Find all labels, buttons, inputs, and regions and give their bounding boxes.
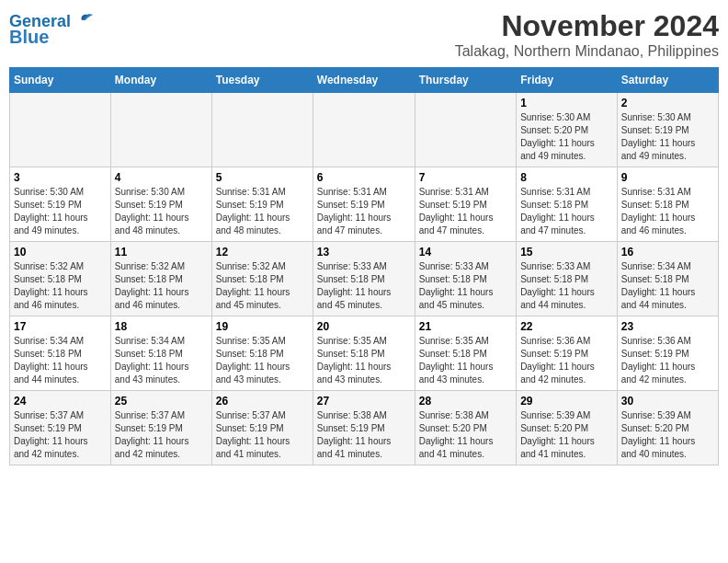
day-info: Sunrise: 5:31 AM Sunset: 5:19 PM Dayligh…	[419, 186, 512, 237]
calendar-cell: 27Sunrise: 5:38 AM Sunset: 5:19 PM Dayli…	[313, 391, 415, 465]
day-info: Sunrise: 5:34 AM Sunset: 5:18 PM Dayligh…	[115, 335, 208, 386]
calendar-cell	[10, 93, 111, 167]
day-number: 20	[317, 320, 411, 333]
day-info: Sunrise: 5:39 AM Sunset: 5:20 PM Dayligh…	[520, 409, 613, 461]
calendar-cell: 23Sunrise: 5:36 AM Sunset: 5:19 PM Dayli…	[617, 316, 718, 391]
calendar-cell: 22Sunrise: 5:36 AM Sunset: 5:19 PM Dayli…	[517, 316, 618, 391]
day-info: Sunrise: 5:31 AM Sunset: 5:18 PM Dayligh…	[621, 186, 714, 237]
header-thursday: Thursday	[415, 68, 516, 93]
calendar-cell: 28Sunrise: 5:38 AM Sunset: 5:20 PM Dayli…	[415, 391, 516, 465]
calendar-cell: 15Sunrise: 5:33 AM Sunset: 5:18 PM Dayli…	[517, 242, 618, 316]
day-info: Sunrise: 5:32 AM Sunset: 5:18 PM Dayligh…	[216, 260, 309, 312]
calendar-cell: 17Sunrise: 5:34 AM Sunset: 5:18 PM Dayli…	[10, 316, 111, 391]
day-info: Sunrise: 5:32 AM Sunset: 5:18 PM Dayligh…	[115, 260, 208, 312]
day-number: 15	[520, 246, 613, 259]
day-number: 16	[621, 246, 714, 259]
day-info: Sunrise: 5:33 AM Sunset: 5:18 PM Dayligh…	[419, 260, 512, 312]
calendar-week-row: 24Sunrise: 5:37 AM Sunset: 5:19 PM Dayli…	[10, 391, 719, 465]
calendar-cell: 19Sunrise: 5:35 AM Sunset: 5:18 PM Dayli…	[211, 316, 313, 391]
calendar-cell	[110, 93, 211, 167]
day-number: 23	[621, 320, 714, 333]
day-info: Sunrise: 5:39 AM Sunset: 5:20 PM Dayligh…	[621, 409, 714, 461]
calendar-cell	[211, 93, 313, 167]
calendar-cell: 20Sunrise: 5:35 AM Sunset: 5:18 PM Dayli…	[313, 316, 415, 391]
day-number: 10	[14, 246, 107, 259]
main-title: November 2024	[455, 9, 719, 43]
day-number: 13	[317, 246, 411, 259]
day-info: Sunrise: 5:38 AM Sunset: 5:20 PM Dayligh…	[419, 409, 512, 461]
logo-bird-icon	[73, 13, 93, 28]
day-number: 22	[520, 320, 613, 333]
day-number: 19	[216, 320, 309, 333]
calendar-week-row: 3Sunrise: 5:30 AM Sunset: 5:19 PM Daylig…	[10, 167, 719, 242]
day-number: 1	[520, 97, 613, 109]
day-number: 25	[115, 395, 208, 408]
calendar-table: SundayMondayTuesdayWednesdayThursdayFrid…	[9, 67, 719, 465]
day-number: 28	[419, 395, 512, 408]
header-monday: Monday	[110, 68, 211, 93]
calendar-cell: 6Sunrise: 5:31 AM Sunset: 5:19 PM Daylig…	[313, 167, 415, 242]
calendar-cell: 13Sunrise: 5:33 AM Sunset: 5:18 PM Dayli…	[313, 242, 415, 316]
day-info: Sunrise: 5:37 AM Sunset: 5:19 PM Dayligh…	[216, 409, 309, 461]
logo: General Blue	[9, 9, 93, 46]
day-info: Sunrise: 5:32 AM Sunset: 5:18 PM Dayligh…	[14, 260, 107, 312]
day-info: Sunrise: 5:37 AM Sunset: 5:19 PM Dayligh…	[14, 409, 107, 461]
calendar-cell: 16Sunrise: 5:34 AM Sunset: 5:18 PM Dayli…	[617, 242, 718, 316]
day-number: 11	[115, 246, 208, 259]
day-info: Sunrise: 5:36 AM Sunset: 5:19 PM Dayligh…	[621, 335, 714, 386]
day-info: Sunrise: 5:37 AM Sunset: 5:19 PM Dayligh…	[115, 409, 208, 461]
day-info: Sunrise: 5:34 AM Sunset: 5:18 PM Dayligh…	[14, 335, 107, 386]
day-number: 14	[419, 246, 512, 259]
day-info: Sunrise: 5:35 AM Sunset: 5:18 PM Dayligh…	[216, 335, 309, 386]
day-info: Sunrise: 5:33 AM Sunset: 5:18 PM Dayligh…	[520, 260, 613, 312]
day-info: Sunrise: 5:31 AM Sunset: 5:18 PM Dayligh…	[520, 186, 613, 237]
day-number: 4	[115, 171, 208, 184]
calendar-header-row: SundayMondayTuesdayWednesdayThursdayFrid…	[10, 68, 719, 93]
day-info: Sunrise: 5:31 AM Sunset: 5:19 PM Dayligh…	[216, 186, 309, 237]
day-number: 21	[419, 320, 512, 333]
calendar-cell: 7Sunrise: 5:31 AM Sunset: 5:19 PM Daylig…	[415, 167, 516, 242]
day-number: 26	[216, 395, 309, 408]
logo-blue-text: Blue	[9, 28, 49, 46]
day-info: Sunrise: 5:34 AM Sunset: 5:18 PM Dayligh…	[621, 260, 714, 312]
day-info: Sunrise: 5:30 AM Sunset: 5:20 PM Dayligh…	[520, 111, 613, 163]
calendar-cell: 14Sunrise: 5:33 AM Sunset: 5:18 PM Dayli…	[415, 242, 516, 316]
day-info: Sunrise: 5:33 AM Sunset: 5:18 PM Dayligh…	[317, 260, 411, 312]
calendar-week-row: 10Sunrise: 5:32 AM Sunset: 5:18 PM Dayli…	[10, 242, 719, 316]
header-sunday: Sunday	[10, 68, 111, 93]
title-block: November 2024 Talakag, Northern Mindanao…	[455, 9, 719, 60]
day-info: Sunrise: 5:30 AM Sunset: 5:19 PM Dayligh…	[621, 111, 714, 163]
calendar-cell: 5Sunrise: 5:31 AM Sunset: 5:19 PM Daylig…	[211, 167, 313, 242]
calendar-cell: 9Sunrise: 5:31 AM Sunset: 5:18 PM Daylig…	[617, 167, 718, 242]
page-header: General Blue November 2024 Talakag, Nort…	[9, 9, 719, 60]
day-number: 6	[317, 171, 411, 184]
calendar-cell: 11Sunrise: 5:32 AM Sunset: 5:18 PM Dayli…	[110, 242, 211, 316]
day-number: 30	[621, 395, 714, 408]
calendar-cell	[415, 93, 516, 167]
day-number: 8	[520, 171, 613, 184]
day-number: 9	[621, 171, 714, 184]
day-number: 2	[621, 97, 714, 109]
day-number: 27	[317, 395, 411, 408]
calendar-cell: 25Sunrise: 5:37 AM Sunset: 5:19 PM Dayli…	[110, 391, 211, 465]
calendar-cell: 29Sunrise: 5:39 AM Sunset: 5:20 PM Dayli…	[517, 391, 618, 465]
calendar-cell: 18Sunrise: 5:34 AM Sunset: 5:18 PM Dayli…	[110, 316, 211, 391]
calendar-week-row: 17Sunrise: 5:34 AM Sunset: 5:18 PM Dayli…	[10, 316, 719, 391]
calendar-cell: 21Sunrise: 5:35 AM Sunset: 5:18 PM Dayli…	[415, 316, 516, 391]
calendar-cell: 26Sunrise: 5:37 AM Sunset: 5:19 PM Dayli…	[211, 391, 313, 465]
day-info: Sunrise: 5:36 AM Sunset: 5:19 PM Dayligh…	[520, 335, 613, 386]
header-tuesday: Tuesday	[211, 68, 313, 93]
calendar-cell: 30Sunrise: 5:39 AM Sunset: 5:20 PM Dayli…	[617, 391, 718, 465]
calendar-cell	[313, 93, 415, 167]
calendar-cell: 24Sunrise: 5:37 AM Sunset: 5:19 PM Dayli…	[10, 391, 111, 465]
calendar-week-row: 1Sunrise: 5:30 AM Sunset: 5:20 PM Daylig…	[10, 93, 719, 167]
day-number: 5	[216, 171, 309, 184]
header-friday: Friday	[517, 68, 618, 93]
header-wednesday: Wednesday	[313, 68, 415, 93]
day-info: Sunrise: 5:35 AM Sunset: 5:18 PM Dayligh…	[419, 335, 512, 386]
day-info: Sunrise: 5:35 AM Sunset: 5:18 PM Dayligh…	[317, 335, 411, 386]
calendar-cell: 2Sunrise: 5:30 AM Sunset: 5:19 PM Daylig…	[617, 93, 718, 167]
subtitle: Talakag, Northern Mindanao, Philippines	[455, 43, 719, 60]
day-number: 29	[520, 395, 613, 408]
day-info: Sunrise: 5:30 AM Sunset: 5:19 PM Dayligh…	[115, 186, 208, 237]
